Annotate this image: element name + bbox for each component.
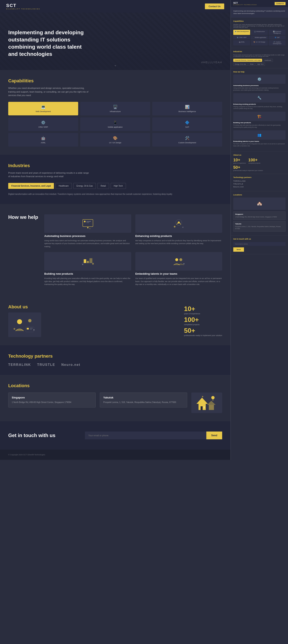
sidebar-cap-crm[interactable]: ⚙️ CRM / ERP bbox=[233, 36, 250, 40]
send-button[interactable]: Send bbox=[206, 432, 222, 439]
sidebar-hero-text: Implementing and developing outstanding … bbox=[233, 10, 285, 14]
svg-point-14 bbox=[92, 263, 94, 264]
sidebar-cap-web[interactable]: 💻 Web Development bbox=[233, 30, 250, 35]
copyright-text: © Copyright 2020 SCT Silverlift Technolo… bbox=[8, 454, 45, 456]
sidebar-cap-infra[interactable]: 🖥️ Infrastructure bbox=[251, 30, 268, 35]
sidebar-stats-row: 10+ years of experience 100+ completed p… bbox=[233, 158, 285, 164]
svg-point-9 bbox=[182, 227, 184, 228]
industry-tab-description: Digital transformation with an innovatio… bbox=[8, 192, 222, 196]
how-item-enhancing: Enhancing existing products We help comp… bbox=[135, 214, 222, 248]
aiml-icon: 🤖 bbox=[41, 136, 46, 140]
sidebar-tab-high-tech[interactable]: High Tech bbox=[256, 62, 265, 66]
infrastructure-icon: 🖥️ bbox=[113, 105, 117, 109]
how-item-automating-desc: Using world-class talent and technology … bbox=[44, 239, 131, 248]
contact-us-button[interactable]: Contact Us bbox=[205, 4, 224, 9]
locations-flex: Singapore 1 North Bridge Rd, #08-08 High… bbox=[8, 392, 222, 413]
sidebar-enhancing-desc: Helping companies to enhance and re-buil… bbox=[233, 106, 285, 110]
sidebar-stat-prof-value: 50+ bbox=[233, 165, 285, 170]
svg-rect-2 bbox=[86, 221, 91, 222]
capability-infrastructure[interactable]: 🖥️ Infrastructure bbox=[80, 102, 150, 115]
sidebar-tab-financial[interactable]: Financial Services, Insurance, and Legal bbox=[233, 59, 262, 62]
automating-illustration bbox=[44, 214, 131, 233]
capability-ux-design[interactable]: 🎨 UI / UX Design bbox=[80, 133, 150, 146]
tab-energy[interactable]: Energy, Oil & Gas bbox=[73, 183, 96, 189]
stat-projects-label: completed projects bbox=[184, 324, 222, 326]
web-development-icon: 💻 bbox=[41, 105, 46, 109]
capability-custom-dev[interactable]: 🛠️ Custom Development bbox=[152, 133, 222, 146]
sidebar-yakutsk-name: Yakutsk bbox=[235, 223, 284, 225]
locations-illustration bbox=[191, 392, 222, 413]
how-item-enhancing-desc: We help companies to enhance and re-buil… bbox=[135, 239, 222, 245]
industries-title: Industries bbox=[8, 163, 222, 168]
sidebar-partners-title: Technology partners bbox=[233, 176, 285, 178]
footer: © Copyright 2020 SCT Silverlift Technolo… bbox=[0, 450, 230, 460]
capability-crm-erp[interactable]: ⚙️ CRM / ERP bbox=[8, 118, 78, 131]
sidebar-cap-sap[interactable]: 🔷 SAP bbox=[269, 36, 285, 40]
sidebar-partner-trustle: TRUSTLE bbox=[233, 183, 285, 185]
embedding-illustration bbox=[135, 252, 222, 270]
tab-financial-services[interactable]: Financial Services, Insurance, and Legal bbox=[8, 183, 54, 189]
capability-label: SAP bbox=[185, 126, 189, 128]
location-singapore: Singapore 1 North Bridge Rd, #08-08 High… bbox=[8, 392, 96, 408]
stat-professionals-value: 50+ bbox=[184, 327, 222, 334]
location-singapore-address: 1 North Bridge Rd, #08-08 High Street Ce… bbox=[12, 401, 92, 404]
sidebar-send-button[interactable]: Send bbox=[233, 248, 244, 252]
capability-business-intelligence[interactable]: 📊 Business Intelligence bbox=[152, 102, 222, 115]
sidebar-cap-mobile[interactable]: 📱 Mobile application bbox=[251, 36, 268, 40]
sidebar-tab-healthcare[interactable]: Healthcare bbox=[263, 59, 273, 62]
sidebar-industries-title: Industries bbox=[233, 50, 285, 52]
svg-point-20 bbox=[28, 319, 32, 322]
tab-retail[interactable]: Retail bbox=[97, 183, 109, 189]
svg-rect-0 bbox=[83, 220, 93, 227]
about-left: About us bbox=[8, 304, 178, 337]
how-item-automating-title: Automating business processes bbox=[44, 234, 131, 238]
sidebar-contact-button[interactable]: Contact Us bbox=[275, 2, 285, 5]
stat-experience: 10+ years of experience bbox=[184, 305, 222, 315]
sidebar-tab-energy[interactable]: Energy, Oil & Gas bbox=[233, 62, 248, 66]
capability-aiml[interactable]: 🤖 AI/ML bbox=[8, 133, 78, 146]
sidebar-yakutsk-address: Prospekt Lenina, 1, 518, Yakutsk, Respub… bbox=[235, 226, 284, 230]
tab-healthcare[interactable]: Healthcare bbox=[56, 183, 72, 189]
about-stats: 10+ years of experience 100+ completed p… bbox=[184, 305, 222, 336]
capability-sap[interactable]: 🔷 SAP bbox=[152, 118, 222, 131]
contact-email-input[interactable] bbox=[85, 432, 206, 439]
capability-web-development[interactable]: 💻 Web Development bbox=[8, 102, 78, 115]
sidebar-cap-ux[interactable]: 🎨 UI / UX Design bbox=[251, 40, 268, 45]
sidebar-capabilities-grid: 💻 Web Development 🖥️ Infrastructure 📊 Bu… bbox=[233, 30, 285, 45]
sidebar-locations-illustration: 🏘️ bbox=[233, 198, 285, 210]
how-item-enhancing-title: Enhancing existing products bbox=[135, 234, 222, 238]
sidebar-cap-custom[interactable]: 🛠️ Custom Development bbox=[269, 40, 285, 45]
about-illustration bbox=[8, 312, 41, 337]
svg-point-4 bbox=[87, 227, 88, 228]
sidebar-stat-exp-value: 10+ bbox=[233, 158, 246, 162]
custom-dev-icon: 🛠️ bbox=[185, 136, 190, 140]
stat-experience-value: 10+ bbox=[184, 305, 222, 313]
sidebar-building-desc: Providing help with planning execution e… bbox=[233, 124, 285, 128]
sidebar-cap-bi[interactable]: 📊 Business Intelligence bbox=[269, 30, 285, 35]
capability-label: UI / UX Design bbox=[109, 142, 121, 144]
sidebar-automating-title: Automating business processes bbox=[233, 84, 285, 86]
sidebar-stat-experience: 10+ years of experience bbox=[233, 158, 246, 164]
stat-experience-label: years of experience bbox=[184, 313, 222, 315]
sidebar-cap-ai[interactable]: 🤖 AI/ML bbox=[233, 40, 250, 45]
svg-point-13 bbox=[82, 264, 83, 265]
sidebar-email-input[interactable] bbox=[233, 242, 285, 246]
location-yakutsk-address: Prospekt Lenina, 1, 518, Yakutsk, Respub… bbox=[103, 401, 184, 404]
how-item-building-title: Building new products bbox=[44, 272, 131, 275]
sidebar-hero: Implementing and developing outstanding … bbox=[231, 7, 288, 18]
how-item-automating: Automating business processes Using worl… bbox=[44, 214, 131, 248]
svg-rect-11 bbox=[87, 261, 89, 263]
sidebar-tab-retail[interactable]: Retail bbox=[248, 62, 255, 66]
sidebar-logo-subtext: SILVERLIFT TECHNOLOGIES bbox=[233, 4, 257, 5]
location-yakutsk: Yakutsk Prospekt Lenina, 1, 518, Yakutsk… bbox=[100, 392, 187, 408]
sidebar-locations-section: Locations 🏘️ Singapore 1 North Bridge Rd… bbox=[231, 191, 288, 235]
capability-mobile-app[interactable]: 📱 Mobile application bbox=[80, 118, 150, 131]
svg-rect-32 bbox=[204, 406, 205, 408]
tab-high-tech[interactable]: High Tech bbox=[111, 183, 126, 189]
how-item-embedding-title: Embedding talents in your teams bbox=[135, 272, 222, 275]
location-singapore-name: Singapore bbox=[12, 396, 92, 399]
how-item-embedding: Embedding talents in your teams Our team… bbox=[135, 252, 222, 286]
hero-text-block: Implementing and developing outstanding … bbox=[8, 29, 86, 58]
sidebar-industries-tabs: Financial Services, Insurance, and Legal… bbox=[233, 59, 285, 66]
logo: SCT SILVERLIFT TECHNOLOGIES bbox=[6, 3, 40, 10]
